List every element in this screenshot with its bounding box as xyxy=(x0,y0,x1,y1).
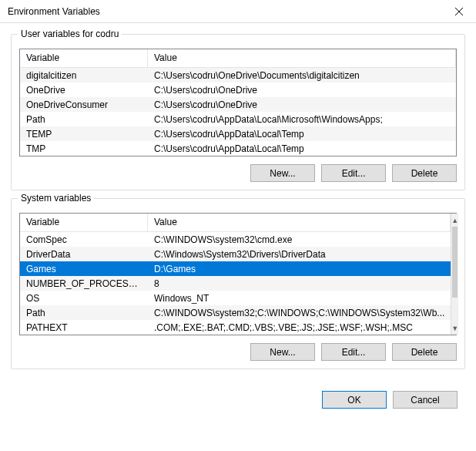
cell-variable: OneDriveConsumer xyxy=(20,99,148,110)
scrollbar-track[interactable] xyxy=(451,227,458,321)
system-rows: ComSpec C:\WINDOWS\system32\cmd.exe Driv… xyxy=(20,232,451,335)
system-buttons: New... Edit... Delete xyxy=(19,343,457,361)
cell-value: C:\Windows\System32\Drivers\DriverData xyxy=(148,249,451,260)
cell-variable: OneDrive xyxy=(20,85,148,96)
list-row[interactable]: TEMP C:\Users\codru\AppData\Local\Temp xyxy=(20,126,456,141)
ok-button[interactable]: OK xyxy=(322,391,387,409)
cell-value: D:\Games xyxy=(148,264,451,274)
cell-variable: PATHEXT xyxy=(20,322,148,333)
cell-value: C:\Users\codru\OneDrive\Documents\digita… xyxy=(148,70,456,81)
column-header-value[interactable]: Value xyxy=(148,49,456,67)
delete-button[interactable]: Delete xyxy=(392,343,457,361)
cell-variable: digitalcitizen xyxy=(20,70,148,81)
list-row[interactable]: OneDrive C:\Users\codru\OneDrive xyxy=(20,82,456,97)
cell-value: C:\Users\codru\AppData\Local\Microsoft\W… xyxy=(148,114,456,125)
list-row[interactable]: TMP C:\Users\codru\AppData\Local\Temp xyxy=(20,141,456,156)
cell-variable: Path xyxy=(20,114,148,125)
system-variables-list[interactable]: Variable Value ComSpec C:\WINDOWS\system… xyxy=(19,213,457,335)
titlebar: Environment Variables xyxy=(0,0,476,23)
list-row[interactable]: digitalcitizen C:\Users\codru\OneDrive\D… xyxy=(20,68,456,82)
edit-button[interactable]: Edit... xyxy=(321,343,386,361)
cell-variable: ComSpec xyxy=(20,234,148,245)
column-header-value[interactable]: Value xyxy=(148,214,451,231)
window-title: Environment Variables xyxy=(8,6,100,17)
cell-variable: TEMP xyxy=(20,129,148,140)
dialog-buttons: OK Cancel xyxy=(0,391,476,419)
column-header-variable[interactable]: Variable xyxy=(20,49,148,67)
scroll-up-icon[interactable]: ▲ xyxy=(451,214,458,227)
list-row[interactable]: NUMBER_OF_PROCESSORS 8 xyxy=(20,276,451,291)
list-row[interactable]: Path C:\Users\codru\AppData\Local\Micros… xyxy=(20,112,456,126)
list-row[interactable]: Path C:\WINDOWS\system32;C:\WINDOWS;C:\W… xyxy=(20,305,451,320)
cell-variable: DriverData xyxy=(20,249,148,260)
system-variables-legend: System variables xyxy=(18,193,94,204)
cell-value: C:\Users\codru\OneDrive xyxy=(148,99,456,110)
scroll-down-icon[interactable]: ▼ xyxy=(451,321,458,335)
list-row[interactable]: PATHEXT .COM;.EXE;.BAT;.CMD;.VBS;.VBE;.J… xyxy=(20,320,451,335)
edit-button[interactable]: Edit... xyxy=(321,164,386,182)
cell-value: C:\Users\codru\AppData\Local\Temp xyxy=(148,129,456,140)
list-header: Variable Value xyxy=(20,49,456,68)
cell-value: C:\WINDOWS\system32\cmd.exe xyxy=(148,234,451,245)
list-row[interactable]: OS Windows_NT xyxy=(20,291,451,305)
new-button[interactable]: New... xyxy=(250,164,315,182)
cell-variable: Games xyxy=(20,264,148,274)
cell-variable: NUMBER_OF_PROCESSORS xyxy=(20,278,148,289)
system-variables-group: System variables Variable Value ComSpec xyxy=(11,198,465,369)
cell-value: C:\WINDOWS\system32;C:\WINDOWS;C:\WINDOW… xyxy=(148,308,451,318)
column-header-variable[interactable]: Variable xyxy=(20,214,148,231)
window-body: User variables for codru Variable Value … xyxy=(0,23,476,385)
list-row-selected[interactable]: Games D:\Games xyxy=(20,261,451,276)
user-variables-list[interactable]: Variable Value digitalcitizen C:\Users\c… xyxy=(19,49,457,157)
delete-button[interactable]: Delete xyxy=(392,164,457,182)
list-header: Variable Value xyxy=(20,214,451,232)
list-row[interactable]: DriverData C:\Windows\System32\Drivers\D… xyxy=(20,247,451,261)
list-row[interactable]: ComSpec C:\WINDOWS\system32\cmd.exe xyxy=(20,232,451,247)
user-variables-legend: User variables for codru xyxy=(18,29,122,39)
cell-variable: Path xyxy=(20,308,148,318)
cell-value: C:\Users\codru\AppData\Local\Temp xyxy=(148,143,456,154)
scrollbar[interactable]: ▲ ▼ xyxy=(451,214,458,335)
user-buttons: New... Edit... Delete xyxy=(19,164,457,182)
new-button[interactable]: New... xyxy=(250,343,315,361)
cancel-button[interactable]: Cancel xyxy=(393,391,458,409)
cell-variable: TMP xyxy=(20,143,148,154)
close-icon xyxy=(455,8,463,15)
list-row[interactable]: OneDriveConsumer C:\Users\codru\OneDrive xyxy=(20,97,456,112)
scrollbar-thumb[interactable] xyxy=(452,227,458,298)
close-button[interactable] xyxy=(441,0,476,23)
cell-value: Windows_NT xyxy=(148,293,451,304)
cell-variable: OS xyxy=(20,293,148,304)
cell-value: C:\Users\codru\OneDrive xyxy=(148,85,456,96)
cell-value: .COM;.EXE;.BAT;.CMD;.VBS;.VBE;.JS;.JSE;.… xyxy=(148,322,451,333)
user-rows: digitalcitizen C:\Users\codru\OneDrive\D… xyxy=(20,68,456,156)
cell-value: 8 xyxy=(148,278,451,289)
user-variables-group: User variables for codru Variable Value … xyxy=(11,34,465,190)
